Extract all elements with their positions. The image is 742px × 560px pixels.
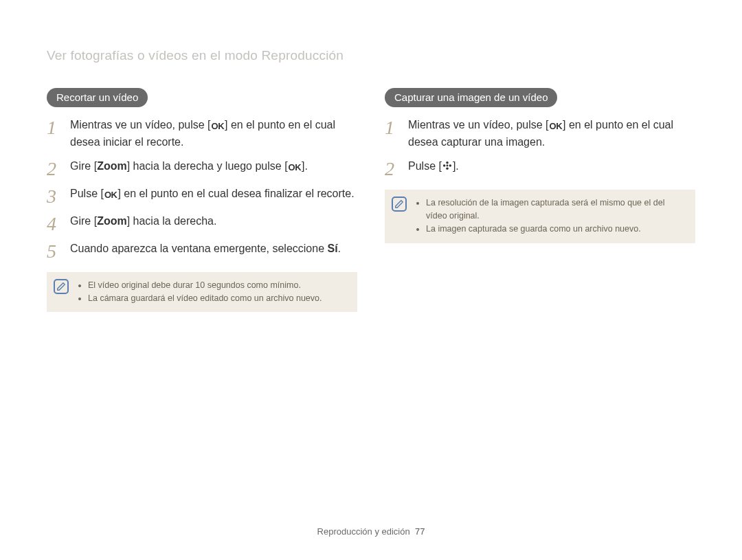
step-number: 2	[47, 158, 62, 179]
svg-point-1	[446, 161, 448, 164]
footer-section: Reproducción y edición	[317, 526, 410, 537]
step-text: Cuando aparezca la ventana emergente, se…	[70, 240, 341, 258]
column-left: Recortar un vídeo 1 Mientras ve un vídeo…	[47, 88, 357, 312]
flower-icon	[442, 160, 453, 171]
step-number: 2	[385, 158, 400, 179]
steps-left: 1 Mientras ve un vídeo, pulse [OK] en el…	[47, 117, 357, 261]
step-text: Gire [Zoom] hacia la derecha y luego pul…	[70, 158, 308, 175]
pencil-icon	[394, 199, 404, 209]
note-item: La imagen capturada se guarda como un ar…	[426, 223, 687, 236]
step-4: 4 Gire [Zoom] hacia la derecha.	[47, 213, 357, 234]
step-3: 3 Pulse [OK] en el punto en el cual dese…	[47, 186, 357, 206]
pencil-icon	[56, 282, 66, 291]
note-box-right: La resolución de la imagen capturada ser…	[385, 190, 695, 243]
steps-right: 1 Mientras ve un vídeo, pulse [OK] en el…	[385, 117, 695, 179]
step-1: 1 Mientras ve un vídeo, pulse [OK] en el…	[385, 117, 695, 151]
note-item: El vídeo original debe durar 10 segundos…	[88, 279, 322, 292]
ok-icon: OK	[104, 188, 118, 202]
note-item: La resolución de la imagen capturada ser…	[426, 197, 687, 223]
step-number: 1	[385, 117, 400, 137]
step-number: 5	[47, 240, 62, 261]
content-columns: Recortar un vídeo 1 Mientras ve un vídeo…	[47, 88, 695, 312]
ok-icon: OK	[549, 120, 563, 133]
note-item: La cámara guardará el vídeo editado como…	[88, 292, 322, 305]
svg-point-3	[443, 164, 445, 166]
note-icon	[54, 279, 69, 294]
step-number: 4	[47, 213, 62, 234]
step-text: Mientras ve un vídeo, pulse [OK] en el p…	[70, 117, 357, 151]
note-icon	[392, 197, 407, 212]
step-number: 1	[47, 117, 62, 137]
step-1: 1 Mientras ve un vídeo, pulse [OK] en el…	[47, 117, 357, 151]
footer-page-number: 77	[415, 526, 425, 537]
breadcrumb: Ver fotografías o vídeos en el modo Repr…	[47, 48, 695, 63]
svg-point-2	[446, 167, 448, 169]
page: Ver fotografías o vídeos en el modo Repr…	[0, 0, 742, 560]
svg-point-0	[446, 164, 448, 166]
column-right: Capturar una imagen de un vídeo 1 Mientr…	[385, 88, 695, 312]
heading-right: Capturar una imagen de un vídeo	[385, 88, 557, 107]
step-2: 2 Pulse [].	[385, 158, 695, 179]
step-text: Mientras ve un vídeo, pulse [OK] en el p…	[408, 117, 695, 151]
ok-icon: OK	[288, 161, 302, 175]
step-text: Pulse [].	[408, 158, 459, 175]
step-5: 5 Cuando aparezca la ventana emergente, …	[47, 240, 357, 261]
note-box-left: El vídeo original debe durar 10 segundos…	[47, 272, 357, 313]
step-2: 2 Gire [Zoom] hacia la derecha y luego p…	[47, 158, 357, 179]
ok-icon: OK	[211, 120, 225, 133]
note-list: La resolución de la imagen capturada ser…	[415, 197, 687, 236]
step-text: Pulse [OK] en el punto en el cual desea …	[70, 186, 355, 203]
step-text: Gire [Zoom] hacia la derecha.	[70, 213, 216, 230]
page-footer: Reproducción y edición 77	[0, 526, 742, 537]
note-list: El vídeo original debe durar 10 segundos…	[77, 279, 322, 306]
svg-point-4	[449, 164, 451, 166]
step-number: 3	[47, 186, 62, 206]
heading-left: Recortar un vídeo	[47, 88, 148, 107]
